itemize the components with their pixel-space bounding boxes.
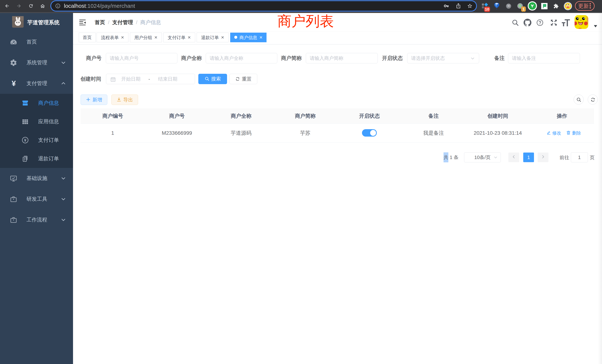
svg-text:¥: ¥ — [24, 138, 26, 142]
svg-text:⌘: ⌘ — [507, 4, 510, 8]
